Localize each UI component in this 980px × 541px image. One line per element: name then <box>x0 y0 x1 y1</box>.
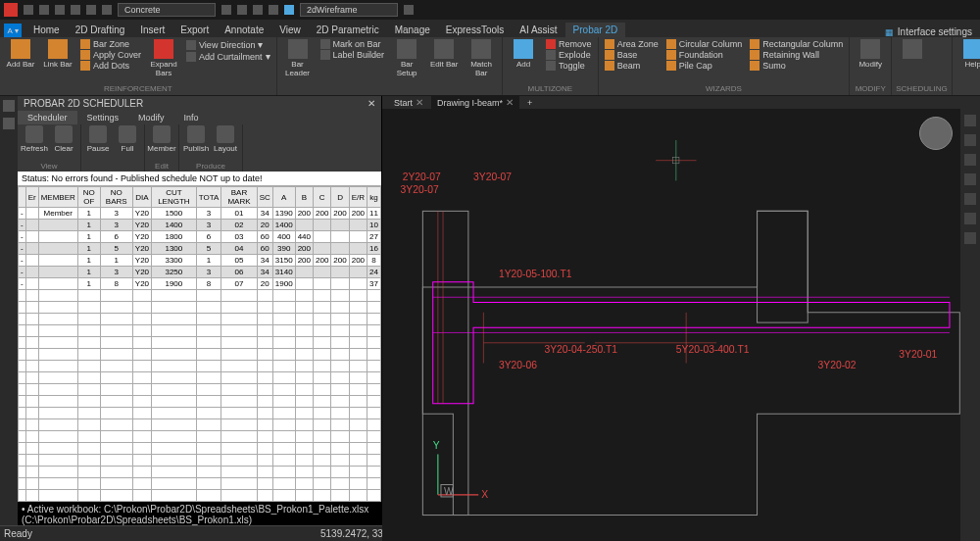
ribbon-tab-manage[interactable]: Manage <box>387 23 438 37</box>
schedule-grid[interactable]: ErMEMBERNO OFNO BARSDIACUT LENGTHTOTABAR… <box>18 186 381 502</box>
wizard-foundation[interactable]: Foundation <box>664 50 745 60</box>
table-row[interactable]: -15Y2013005046039020016 <box>19 243 381 255</box>
scheduler-pause-button[interactable]: Pause <box>84 125 112 171</box>
scheduler-publish-button[interactable]: Publish <box>182 125 210 162</box>
bar-label: 3Y20-06 <box>499 360 537 370</box>
ribbon-tab-export[interactable]: Export <box>172 23 217 37</box>
drawing-canvas[interactable]: 2Y20-07 3Y20-07 3Y20-07 1Y20-05-100.T1 3… <box>382 109 980 541</box>
ribbon-tab-probar-2d[interactable]: Probar 2D <box>565 23 626 37</box>
tool-icon[interactable] <box>964 232 976 244</box>
mark-on-bar-button[interactable]: Mark on Bar <box>318 39 387 49</box>
ribbon-tab-2d-parametric[interactable]: 2D Parametric <box>309 23 387 37</box>
wizard-pile-cap[interactable]: Pile Cap <box>664 61 745 71</box>
add-dots-button[interactable]: Add Dots <box>78 61 143 71</box>
scheduler-clear-button[interactable]: Clear <box>50 125 77 162</box>
scheduler-tab-settings[interactable]: Settings <box>77 111 129 124</box>
titlebar-icon[interactable] <box>221 5 231 15</box>
bar-label: 3Y20-02 <box>818 360 857 370</box>
titlebar-icon[interactable] <box>404 5 414 15</box>
titlebar-icon[interactable] <box>253 5 263 15</box>
bar-label: 3Y20-07 <box>401 184 439 195</box>
multizone-toggle-button[interactable]: Toggle <box>544 61 594 71</box>
ribbon: Add Bar Link Bar Bar Zone Apply Cover Ad… <box>0 37 980 96</box>
titlebar-icon[interactable] <box>39 5 49 15</box>
ribbon-tab-annotate[interactable]: Annotate <box>217 23 271 37</box>
left-toolbar <box>0 96 18 525</box>
table-row[interactable]: -Member13Y20150030134139020020020020011 <box>19 208 381 220</box>
scheduler-tab-scheduler[interactable]: Scheduler <box>18 111 77 124</box>
titlebar-icon[interactable] <box>71 5 80 15</box>
expand-bars-button[interactable]: Expand Bars <box>147 39 180 77</box>
app-menu-button[interactable]: A ▾ <box>4 24 22 37</box>
link-bar-button[interactable]: Link Bar <box>41 39 74 69</box>
scheduler-member-button[interactable]: Member <box>148 125 175 162</box>
scheduler-tab-modify[interactable]: Modify <box>128 111 174 124</box>
titlebar-icon[interactable] <box>86 5 96 15</box>
titlebar-icon[interactable] <box>237 5 247 15</box>
multizone-remove-button[interactable]: Remove <box>544 39 594 49</box>
table-row[interactable]: -16Y2018006036040044027 <box>19 231 381 243</box>
tool-icon[interactable] <box>964 193 976 205</box>
lightbulb-icon[interactable] <box>3 100 15 112</box>
scheduler-layout-button[interactable]: Layout <box>212 125 239 162</box>
ribbon-tab-ai-assist[interactable]: AI Assist <box>512 23 564 37</box>
multizone-explode-button[interactable]: Explode <box>544 50 594 60</box>
view-direction-button[interactable]: View Direction ▾ <box>184 39 272 50</box>
wizard-base[interactable]: Base <box>603 50 661 60</box>
multizone-add-button[interactable]: Add <box>507 39 540 69</box>
scheduler-tab-info[interactable]: Info <box>174 111 209 124</box>
table-row[interactable]: -11Y2033001053431502002002002008 <box>19 255 381 267</box>
bar-leader-button[interactable]: Bar Leader <box>281 39 315 77</box>
titlebar-icon[interactable] <box>269 5 278 15</box>
wizard-sumo[interactable]: Sumo <box>748 61 845 71</box>
scheduler-full-button[interactable]: Full <box>114 125 141 171</box>
svg-rect-3 <box>422 211 468 515</box>
titlebar-icon[interactable] <box>55 5 65 15</box>
canvas-tab[interactable]: Drawing I-beam* ✕ <box>431 96 519 109</box>
bar-label: 5Y20-03-400.T1 <box>676 344 750 355</box>
bar-zone-button[interactable]: Bar Zone <box>78 39 143 49</box>
match-bar-button[interactable]: Match Bar <box>465 39 498 77</box>
titlebar-icon[interactable] <box>102 5 112 15</box>
bar-label: 3Y20-07 <box>473 172 512 182</box>
table-row[interactable]: -13Y20325030634314024 <box>19 267 381 278</box>
tool-icon[interactable] <box>964 115 976 126</box>
wizard-rectangular-column[interactable]: Rectangular Column <box>748 39 845 49</box>
wizard-retaining-wall[interactable]: Retaining Wall <box>748 50 845 60</box>
scheduling-button[interactable] <box>896 39 929 60</box>
panel-icon[interactable] <box>3 118 15 129</box>
table-row[interactable]: -18Y20190080720190037 <box>19 278 381 290</box>
modify-button[interactable]: Modify <box>854 39 887 69</box>
canvas-tab-add[interactable]: + <box>521 97 538 109</box>
ribbon-tab-expresstools[interactable]: ExpressTools <box>438 23 512 37</box>
material-dropdown[interactable]: Concrete <box>118 3 216 17</box>
tool-icon[interactable] <box>964 173 976 185</box>
titlebar-icon[interactable] <box>24 5 33 15</box>
tool-icon[interactable] <box>964 134 976 146</box>
ribbon-tab-view[interactable]: View <box>271 23 309 37</box>
ribbon-tab-home[interactable]: Home <box>25 23 68 37</box>
scheduler-refresh-button[interactable]: Refresh <box>21 125 48 162</box>
wizard-beam[interactable]: Beam <box>603 61 661 71</box>
close-icon[interactable]: ✕ <box>368 98 375 109</box>
wireframe-dropdown[interactable]: 2dWireframe <box>300 3 398 17</box>
add-bar-button[interactable]: Add Bar <box>4 39 37 69</box>
ribbon-tab-2d-drafting[interactable]: 2D Drafting <box>68 23 133 37</box>
ribbon-tab-insert[interactable]: Insert <box>132 23 172 37</box>
tool-icon[interactable] <box>964 154 976 166</box>
help-button[interactable]: Help <box>956 39 980 69</box>
bar-label: 1Y20-05-100.T1 <box>499 269 572 279</box>
label-builder-button[interactable]: Label Builder <box>318 50 387 60</box>
add-curtailment-button[interactable]: Add Curtailment ▾ <box>184 51 272 62</box>
wizard-circular-column[interactable]: Circular Column <box>664 39 745 49</box>
canvas-tab[interactable]: Start ✕ <box>388 96 429 109</box>
table-row[interactable]: -13Y20140030220140010 <box>19 220 381 231</box>
view-cube[interactable] <box>919 117 953 150</box>
edit-bar-button[interactable]: Edit Bar <box>427 39 461 69</box>
tool-icon[interactable] <box>964 213 976 224</box>
interface-settings-link[interactable]: ▦ Interface settings <box>885 26 980 37</box>
apply-cover-button[interactable]: Apply Cover <box>78 50 143 60</box>
titlebar-icon[interactable] <box>284 5 294 15</box>
wizard-area-zone[interactable]: Area Zone <box>603 39 661 49</box>
bar-setup-button[interactable]: Bar Setup <box>390 39 423 77</box>
